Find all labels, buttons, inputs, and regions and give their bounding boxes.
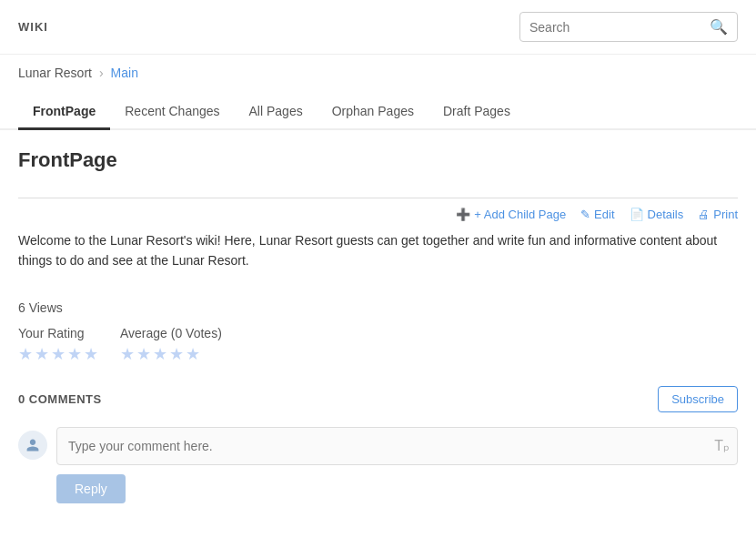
star-1[interactable]: ★: [18, 344, 33, 364]
action-bar: ➕ + Add Child Page ✎ Edit 📄 Details 🖨 Pr…: [0, 198, 756, 230]
search-input[interactable]: [529, 20, 710, 35]
avg-rating-stars: ★ ★ ★ ★ ★: [120, 344, 222, 364]
tab-orphan-pages[interactable]: Orphan Pages: [318, 95, 428, 130]
page-title: FrontPage: [18, 148, 738, 172]
avatar: [18, 431, 47, 460]
breadcrumb-current[interactable]: Main: [111, 66, 138, 80]
comment-input[interactable]: [65, 428, 714, 464]
star-5[interactable]: ★: [84, 344, 98, 364]
avg-star-3: ★: [153, 344, 167, 364]
add-child-page-link[interactable]: ➕ + Add Child Page: [456, 208, 566, 221]
format-text-icon[interactable]: Tₚ: [714, 437, 730, 454]
comments-header: 0 COMMENTS Subscribe: [18, 386, 738, 412]
subscribe-button[interactable]: Subscribe: [658, 386, 738, 412]
rating-row: Your Rating ★ ★ ★ ★ ★ Average (0 Votes) …: [18, 326, 738, 364]
tab-draft-pages[interactable]: Draft Pages: [428, 95, 525, 130]
search-icon[interactable]: 🔍: [710, 18, 728, 36]
star-3[interactable]: ★: [51, 344, 66, 364]
user-icon: [25, 438, 40, 452]
reply-button[interactable]: Reply: [56, 474, 126, 503]
avg-rating-label: Average (0 Votes): [120, 326, 222, 340]
avg-star-2: ★: [136, 344, 151, 364]
header: WIKI 🔍: [0, 0, 756, 55]
your-rating-stars[interactable]: ★ ★ ★ ★ ★: [18, 344, 98, 364]
comments-section: 0 COMMENTS Subscribe Tₚ Reply: [0, 371, 756, 518]
print-icon: 🖨: [698, 208, 710, 221]
wiki-logo: WIKI: [18, 20, 48, 34]
avg-star-1: ★: [120, 344, 135, 364]
page-stats: 6 Views Your Rating ★ ★ ★ ★ ★ Average (0…: [0, 286, 756, 371]
views-count: 6 Views: [18, 300, 738, 315]
file-icon: 📄: [630, 208, 644, 221]
details-link[interactable]: 📄 Details: [630, 208, 684, 221]
tab-recent-changes[interactable]: Recent Changes: [110, 95, 234, 130]
breadcrumb-root[interactable]: Lunar Resort: [18, 66, 92, 80]
plus-icon: ➕: [456, 208, 470, 221]
your-rating-label: Your Rating: [18, 326, 98, 340]
page-body: Welcome to the Lunar Resort's wiki! Here…: [0, 230, 756, 286]
edit-link[interactable]: ✎ Edit: [580, 208, 614, 221]
avg-star-4: ★: [169, 344, 184, 364]
tab-all-pages[interactable]: All Pages: [235, 95, 318, 130]
tab-frontpage[interactable]: FrontPage: [18, 95, 110, 130]
print-link[interactable]: 🖨 Print: [698, 208, 738, 221]
comments-title: 0 COMMENTS: [18, 392, 102, 406]
avg-rating-group: Average (0 Votes) ★ ★ ★ ★ ★: [120, 326, 222, 364]
breadcrumb: Lunar Resort › Main: [0, 55, 756, 91]
tabs-nav: FrontPage Recent Changes All Pages Orpha…: [0, 95, 756, 130]
avg-star-5: ★: [186, 344, 200, 364]
page-content: FrontPage: [0, 130, 756, 198]
star-4[interactable]: ★: [67, 344, 82, 364]
edit-icon: ✎: [580, 208, 590, 221]
search-box[interactable]: 🔍: [519, 12, 738, 42]
comment-input-row: Tₚ: [18, 427, 738, 465]
comment-input-wrapper[interactable]: Tₚ: [56, 427, 738, 465]
star-2[interactable]: ★: [35, 344, 49, 364]
breadcrumb-separator: ›: [99, 66, 104, 80]
your-rating-group: Your Rating ★ ★ ★ ★ ★: [18, 326, 98, 364]
